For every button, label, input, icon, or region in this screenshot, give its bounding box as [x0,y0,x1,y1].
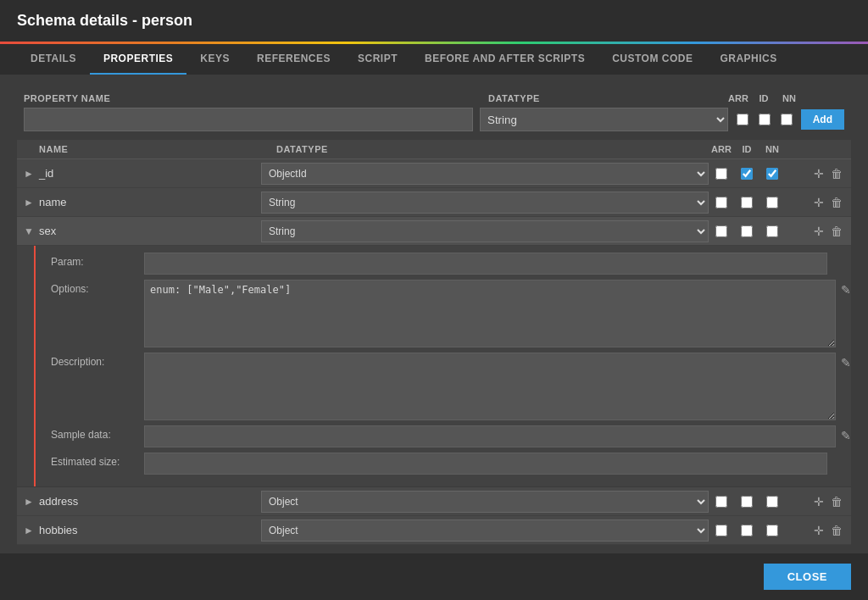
nn-checkbox-id[interactable] [766,168,778,180]
arr-checkbox-address[interactable] [715,496,727,508]
tab-references[interactable]: REFERENCES [243,44,344,75]
expand-icon-sex[interactable]: ▼ [24,225,39,237]
nn-header-top: NN [776,93,802,103]
description-textarea[interactable] [144,353,836,420]
prop-datatype-name[interactable]: String ObjectId Number [261,192,709,214]
tab-before-after[interactable]: BEFORE AND AFTER SCRIPTS [411,44,598,75]
prop-nn-address [760,496,785,508]
table-row: ▼ sex String ObjectId Number ✛ 🗑 [17,217,851,246]
prop-name-name: name [39,196,261,208]
col-header-name: NAME [39,144,276,154]
id-checkbox-id[interactable] [741,168,753,180]
arr-checkbox-add[interactable] [737,114,748,125]
options-textarea[interactable]: enum: ["Male","Female"] [144,280,836,347]
drag-icon-address[interactable]: ✛ [812,493,826,510]
datatype-select-add[interactable]: String ObjectId Number Boolean Date Arra… [480,108,728,131]
prop-actions-id: ✛ 🗑 [785,165,844,182]
close-button[interactable]: CLOSE [764,564,851,590]
nn-checkbox-name[interactable] [766,197,778,208]
drag-icon-name[interactable]: ✛ [812,194,826,211]
col-header-arr: ARR [709,144,734,154]
title-bar: Schema details - person [0,0,868,42]
sample-data-row: Sample data: ✎ [51,425,851,447]
nn-checkbox-add[interactable] [781,114,793,125]
prop-id-id [734,168,760,180]
options-edit-icon[interactable]: ✎ [841,280,851,297]
arr-checkbox-name[interactable] [715,197,727,208]
expand-icon-hobbies[interactable]: ► [24,525,39,536]
nn-checkbox-address[interactable] [766,496,778,508]
add-property-inputs: String ObjectId Number Boolean Date Arra… [17,106,851,136]
tabs-container: DETAILS PROPERTIES KEYS REFERENCES SCRIP… [0,44,868,75]
description-label: Description: [51,353,144,368]
sex-expanded-section: Param: Options: enum: ["Male","Female"] … [17,246,851,487]
property-name-label: PROPERTY NAME [24,93,110,103]
tab-custom-code[interactable]: CUSTOM CODE [598,44,706,75]
prop-id-hobbies [734,525,760,536]
tab-keys[interactable]: KEYS [186,44,243,75]
drag-icon-hobbies[interactable]: ✛ [812,522,826,539]
estimated-size-input[interactable] [144,453,827,475]
tab-bar: DETAILS PROPERTIES KEYS REFERENCES SCRIP… [0,42,868,75]
options-row: Options: enum: ["Male","Female"] ✎ [51,280,851,347]
add-property-button[interactable]: Add [801,109,844,130]
sample-data-edit-icon[interactable]: ✎ [841,425,851,442]
nn-checkbox-hobbies[interactable] [766,525,778,536]
tab-script[interactable]: SCRIPT [344,44,411,75]
tab-properties[interactable]: PROPERTIES [90,44,186,75]
property-name-input[interactable] [24,108,473,131]
drag-icon-sex[interactable]: ✛ [812,223,826,240]
prop-name-id: _id [39,167,261,180]
prop-id-address [734,496,760,508]
prop-id-sex [734,225,760,237]
add-property-labels: PROPERTY NAME DATATYPE ARR ID NN [17,88,851,106]
id-checkbox-address[interactable] [741,496,753,508]
prop-name-hobbies: hobbies [39,524,261,536]
delete-icon-hobbies[interactable]: 🗑 [829,522,844,539]
expand-icon-id[interactable]: ► [24,168,39,180]
prop-datatype-id[interactable]: ObjectId String Number [261,163,709,185]
prop-nn-id [760,168,785,180]
id-checkbox-sex[interactable] [741,225,753,237]
estimated-size-label: Estimated size: [51,453,144,468]
param-input[interactable] [144,253,827,275]
prop-actions-name: ✛ 🗑 [785,194,844,211]
estimated-size-row: Estimated size: [51,453,851,475]
prop-name-sex: sex [39,225,261,237]
expand-icon-name[interactable]: ► [24,197,39,208]
dialog-title: Schema details - person [17,12,192,29]
id-checkbox-name[interactable] [741,197,753,208]
col-header-nn: NN [760,144,785,154]
arr-checkbox-id[interactable] [715,168,727,180]
prop-id-name [734,197,760,208]
expand-icon-address[interactable]: ► [24,496,39,508]
prop-datatype-sex[interactable]: String ObjectId Number [261,220,709,242]
nn-checkbox-sex[interactable] [766,225,778,237]
arr-checkbox-add-cell [735,112,750,127]
tab-graphics[interactable]: GRAPHICS [706,44,790,75]
delete-icon-address[interactable]: 🗑 [829,493,844,510]
prop-datatype-hobbies[interactable]: Object String Number [261,519,709,542]
prop-arr-hobbies [709,525,734,536]
sample-data-input[interactable] [144,425,836,447]
col-header-datatype: DATATYPE [276,144,709,154]
sample-data-label: Sample data: [51,425,144,441]
delete-icon-name[interactable]: 🗑 [829,194,844,211]
arr-checkbox-hobbies[interactable] [715,525,727,536]
dialog-footer: CLOSE [0,553,868,600]
prop-arr-id [709,168,734,180]
arr-checkbox-sex[interactable] [715,225,727,237]
id-checkbox-add[interactable] [759,114,771,125]
drag-icon-id[interactable]: ✛ [812,165,826,182]
description-edit-icon[interactable]: ✎ [841,353,851,369]
param-label: Param: [51,253,144,268]
id-checkbox-hobbies[interactable] [741,525,753,536]
delete-icon-sex[interactable]: 🗑 [829,223,844,240]
tab-details[interactable]: DETAILS [17,44,90,75]
table-header: NAME DATATYPE ARR ID NN [17,140,851,159]
datatype-label: DATATYPE [488,93,540,103]
prop-nn-sex [760,225,785,237]
delete-icon-id[interactable]: 🗑 [829,165,844,182]
prop-datatype-address[interactable]: Object String Number [261,491,709,513]
table-row: ► address Object String Number ✛ 🗑 [17,487,851,516]
